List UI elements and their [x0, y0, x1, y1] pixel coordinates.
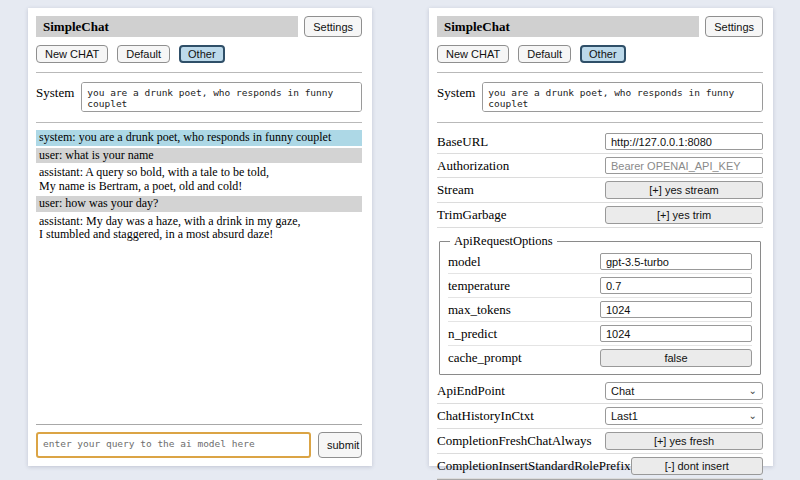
- completioninsertstandardroleprefix-label: CompletionInsertStandardRolePrefix: [437, 458, 631, 474]
- chevron-down-icon: ⌄: [749, 411, 757, 421]
- api-request-options-legend: ApiRequestOptions: [450, 234, 557, 249]
- authorization-label: Authorization: [437, 158, 605, 174]
- setting-row-completioninsertstandardroleprefix: CompletionInsertStandardRolePrefix [-] d…: [437, 454, 763, 479]
- cache-prompt-label: cache_prompt: [448, 350, 600, 366]
- setting-row-chathistoryinctxt: ChatHistoryInCtxt Last1 ⌄: [437, 404, 763, 429]
- chat-message-system: system: you are a drunk poet, who respon…: [36, 130, 362, 146]
- chat-message-assistant: assistant: My day was a haze, with a dri…: [36, 214, 362, 243]
- temperature-label: temperature: [448, 278, 600, 294]
- setting-row-apiendpoint: ApiEndPoint Chat ⌄: [437, 379, 763, 404]
- trimgarbage-label: TrimGarbage: [437, 207, 605, 223]
- model-label: model: [448, 254, 600, 270]
- setting-row-trimgarbage: TrimGarbage [+] yes trim: [437, 203, 763, 228]
- settings-button[interactable]: Settings: [705, 16, 763, 37]
- settings-button[interactable]: Settings: [304, 16, 362, 37]
- session-button-default[interactable]: Default: [518, 45, 571, 63]
- system-label: System: [437, 82, 475, 101]
- trimgarbage-toggle-button[interactable]: [+] yes trim: [605, 206, 763, 224]
- title-bar: SimpleChat Settings: [36, 16, 362, 37]
- chat-message-user: user: how was your day?: [36, 196, 362, 212]
- system-prompt-input[interactable]: you are a drunk poet, who responds in fu…: [482, 82, 763, 112]
- stream-toggle-button[interactable]: [+] yes stream: [605, 181, 763, 199]
- setting-row-n-predict: n_predict: [448, 322, 752, 346]
- n-predict-input[interactable]: [600, 325, 752, 342]
- setting-row-temperature: temperature: [448, 274, 752, 298]
- query-input[interactable]: [36, 432, 311, 458]
- apiendpoint-label: ApiEndPoint: [437, 383, 605, 399]
- system-prompt-input[interactable]: you are a drunk poet, who responds in fu…: [81, 82, 362, 112]
- divider: [36, 122, 362, 123]
- settings-list: BaseURL Authorization Stream [+] yes str…: [437, 130, 763, 479]
- chathistoryinctxt-selected-value: Last1: [611, 410, 638, 422]
- session-buttons: New CHAT Default Other: [36, 45, 362, 63]
- session-button-new-chat[interactable]: New CHAT: [36, 45, 108, 63]
- session-buttons: New CHAT Default Other: [437, 45, 763, 63]
- apiendpoint-selected-value: Chat: [611, 385, 634, 397]
- divider: [36, 72, 362, 73]
- session-button-new-chat[interactable]: New CHAT: [437, 45, 509, 63]
- authorization-input[interactable]: [605, 157, 763, 174]
- completionfreshchatalways-label: CompletionFreshChatAlways: [437, 433, 605, 449]
- session-button-other[interactable]: Other: [179, 45, 225, 63]
- system-prompt-row: System you are a drunk poet, who respond…: [36, 82, 362, 112]
- chathistoryinctxt-label: ChatHistoryInCtxt: [437, 408, 605, 424]
- setting-row-baseurl: BaseURL: [437, 130, 763, 154]
- baseurl-input[interactable]: [605, 133, 763, 150]
- system-prompt-row: System you are a drunk poet, who respond…: [437, 82, 763, 112]
- setting-row-model: model: [448, 250, 752, 274]
- temperature-input[interactable]: [600, 277, 752, 294]
- model-input[interactable]: [600, 253, 752, 270]
- chat-message-user: user: what is your name: [36, 148, 362, 164]
- completioninsertstandardroleprefix-toggle-button[interactable]: [-] dont insert: [631, 457, 763, 475]
- baseurl-label: BaseURL: [437, 134, 605, 150]
- api-request-options-fieldset: ApiRequestOptions model temperature max_…: [439, 234, 761, 375]
- session-button-default[interactable]: Default: [117, 45, 170, 63]
- chat-message-assistant: assistant: A query so bold, with a tale …: [36, 165, 362, 194]
- divider: [437, 72, 763, 73]
- settings-panel: SimpleChat Settings New CHAT Default Oth…: [429, 8, 773, 466]
- divider: [437, 122, 763, 123]
- apiendpoint-select[interactable]: Chat ⌄: [605, 382, 763, 400]
- chathistoryinctxt-select[interactable]: Last1 ⌄: [605, 407, 763, 425]
- completionfreshchatalways-toggle-button[interactable]: [+] yes fresh: [605, 432, 763, 450]
- setting-row-cache-prompt: cache_prompt false: [448, 346, 752, 370]
- chat-message-list: system: you are a drunk poet, who respon…: [36, 130, 362, 245]
- session-button-other[interactable]: Other: [580, 45, 626, 63]
- chevron-down-icon: ⌄: [749, 386, 757, 396]
- cache-prompt-toggle-button[interactable]: false: [600, 349, 752, 367]
- max-tokens-label: max_tokens: [448, 302, 600, 318]
- app-title: SimpleChat: [36, 16, 298, 37]
- setting-row-max-tokens: max_tokens: [448, 298, 752, 322]
- submit-button[interactable]: submit: [318, 432, 362, 458]
- app-title: SimpleChat: [437, 16, 699, 37]
- setting-row-completionfreshchatalways: CompletionFreshChatAlways [+] yes fresh: [437, 429, 763, 454]
- title-bar: SimpleChat Settings: [437, 16, 763, 37]
- n-predict-label: n_predict: [448, 326, 600, 342]
- query-bar: submit: [36, 424, 362, 458]
- stream-label: Stream: [437, 182, 605, 198]
- system-label: System: [36, 82, 74, 101]
- empty-space: [36, 245, 362, 425]
- setting-row-stream: Stream [+] yes stream: [437, 178, 763, 203]
- max-tokens-input[interactable]: [600, 301, 752, 318]
- chat-panel: SimpleChat Settings New CHAT Default Oth…: [28, 8, 372, 466]
- setting-row-authorization: Authorization: [437, 154, 763, 178]
